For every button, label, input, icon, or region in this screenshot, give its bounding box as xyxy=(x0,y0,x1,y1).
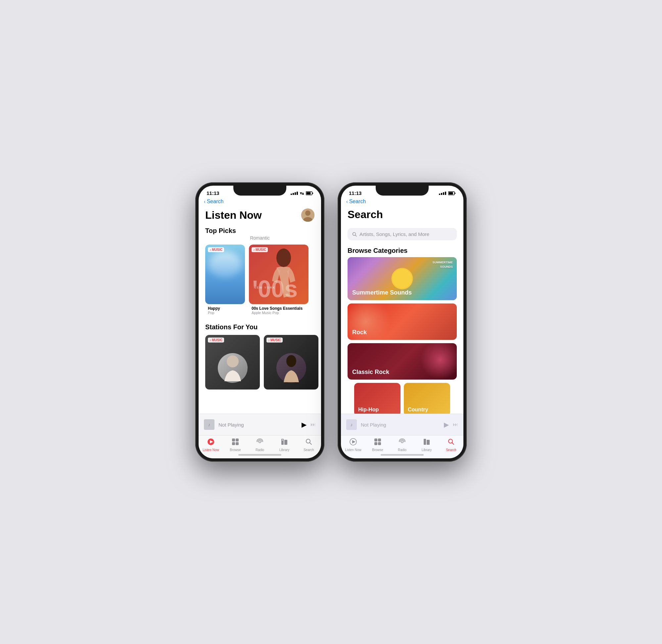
categories-list: SUMMERTIMESOUNDS Summertime Sounds Rock … xyxy=(341,257,463,414)
back-nav[interactable]: ‹ Search xyxy=(199,198,321,206)
section-title-browse: Browse Categories xyxy=(347,247,457,254)
phone-2-scroll[interactable]: Search Artists, Songs, Lyrics, and More … xyxy=(341,206,463,414)
np-play-button-2[interactable]: ▶ xyxy=(444,421,449,429)
tab-browse-2[interactable]: Browse xyxy=(365,438,390,452)
back-chevron-icon: ‹ xyxy=(204,199,206,204)
page-header: Listen Now xyxy=(199,206,321,226)
notch-2 xyxy=(376,186,429,196)
tab-listen-now-2[interactable]: Listen Now xyxy=(341,438,365,452)
back-label-2: Search xyxy=(349,199,366,205)
tab-listen-now-icon-2 xyxy=(349,438,357,447)
summer-badge-text: SUMMERTIMESOUNDS xyxy=(433,260,453,269)
search-bar-icon xyxy=(352,232,357,237)
section-title-stations: Stations For You xyxy=(205,323,315,331)
category-card-country[interactable]: Country xyxy=(404,383,450,414)
np-title-2: Not Playing xyxy=(361,422,440,428)
tab-radio[interactable]: Radio xyxy=(248,438,272,452)
tab-search-label: Search xyxy=(303,448,314,452)
station-card-2[interactable]: ♪ MUSIC xyxy=(264,335,318,390)
categories-2col: Hip-Hop Country xyxy=(347,383,457,414)
album-card-blue[interactable]: ♪ MUSIC Happy Pop xyxy=(205,245,245,317)
tab-radio-2[interactable]: Radio xyxy=(390,438,414,452)
tab-library-icon-2 xyxy=(423,438,430,447)
tab-search-icon-2 xyxy=(448,438,455,447)
category-card-classic-rock[interactable]: Classic Rock xyxy=(347,343,457,380)
svg-marker-27 xyxy=(352,440,356,443)
home-indicator xyxy=(238,454,281,456)
phone-2-screen: 11:13 ‹ Search xyxy=(341,186,463,458)
station-music-badge-1: ♪ MUSIC xyxy=(208,338,224,343)
top-picks-header: Top Picks Romantic xyxy=(199,226,321,241)
category-card-rock[interactable]: Rock xyxy=(347,303,457,340)
svg-rect-23 xyxy=(455,192,455,194)
svg-rect-30 xyxy=(374,442,377,445)
phone-1-screen: 11:13 ▾▴ ‹ Search xyxy=(199,186,321,458)
category-card-hiphop[interactable]: Hip-Hop xyxy=(354,383,401,414)
svg-rect-11 xyxy=(232,438,235,441)
album-card-blue-info: Happy Pop xyxy=(205,304,245,317)
signal-icon xyxy=(291,192,298,195)
album-blue-title: Happy xyxy=(208,306,242,311)
svg-rect-34 xyxy=(427,440,430,445)
artist-silhouette-1 xyxy=(218,353,248,383)
album-card-00s[interactable]: ♪ MUSIC '00s NEW YORK xyxy=(249,245,309,317)
now-playing-bar[interactable]: ♪ Not Playing ▶ ⏭ xyxy=(199,414,321,435)
status-icons-2 xyxy=(439,191,455,195)
artist-silhouette-2 xyxy=(276,353,306,383)
section-title-top-picks: Top Picks xyxy=(205,227,315,235)
np-play-button[interactable]: ▶ xyxy=(301,421,306,429)
phone-1: 11:13 ▾▴ ‹ Search xyxy=(195,182,324,462)
svg-point-7 xyxy=(227,355,238,367)
stations-carousel[interactable]: ♪ MUSIC ♪ MUSIC xyxy=(199,331,321,393)
section-subtitle-romantic: Romantic xyxy=(205,235,315,240)
browse-header: Browse Categories xyxy=(341,244,463,257)
svg-line-20 xyxy=(310,443,312,445)
search-bar[interactable]: Artists, Songs, Lyrics, and More xyxy=(347,228,457,240)
tab-library[interactable]: Library xyxy=(272,438,297,452)
tab-search[interactable]: Search xyxy=(297,438,321,452)
tab-library-2[interactable]: Library xyxy=(414,438,439,452)
back-label: Search xyxy=(207,199,224,205)
station-card-1[interactable]: ♪ MUSIC xyxy=(205,335,260,390)
tab-radio-icon xyxy=(256,438,264,447)
avatar[interactable] xyxy=(301,208,315,222)
classic-blob xyxy=(420,343,457,380)
back-nav-2[interactable]: ‹ Search xyxy=(341,198,463,206)
svg-line-36 xyxy=(452,443,454,445)
artist-circle-1 xyxy=(218,353,248,383)
tab-search-2[interactable]: Search xyxy=(439,438,463,452)
wifi-icon: ▾▴ xyxy=(300,191,304,196)
back-chevron-icon-2: ‹ xyxy=(346,199,348,204)
album-blue-subtitle: Pop xyxy=(208,311,242,315)
svg-rect-1 xyxy=(306,192,311,194)
tab-listen-now[interactable]: Listen Now xyxy=(199,438,223,452)
tab-browse-icon-2 xyxy=(374,438,381,447)
svg-point-6 xyxy=(276,249,291,267)
np-forward-button-2[interactable]: ⏭ xyxy=(453,422,458,428)
sun xyxy=(392,268,413,290)
home-indicator-2 xyxy=(381,454,424,456)
00s-figure xyxy=(249,245,309,304)
category-card-summer[interactable]: SUMMERTIMESOUNDS Summertime Sounds xyxy=(347,257,457,300)
phone-1-scroll[interactable]: Listen Now Top Picks Romantic xyxy=(199,206,321,414)
svg-line-25 xyxy=(356,235,357,236)
station-music-badge-2: ♪ MUSIC xyxy=(267,338,283,343)
notch xyxy=(233,186,286,196)
now-playing-bar-2[interactable]: ♪ Not Playing ▶ ⏭ xyxy=(341,414,463,435)
np-forward-button[interactable]: ⏭ xyxy=(311,422,316,428)
svg-point-8 xyxy=(286,355,296,367)
svg-rect-2 xyxy=(313,192,313,194)
status-time-2: 11:13 xyxy=(349,190,362,196)
ny-text: NEW YORK xyxy=(254,286,275,289)
svg-rect-12 xyxy=(236,438,238,441)
svg-point-4 xyxy=(305,210,311,216)
search-placeholder: Artists, Songs, Lyrics, and More xyxy=(360,231,429,237)
category-rock-label: Rock xyxy=(352,329,367,336)
top-picks-carousel[interactable]: ♪ MUSIC Happy Pop ♪ MUSIC xyxy=(199,241,321,321)
page-title: Listen Now xyxy=(205,209,262,222)
status-time: 11:13 xyxy=(207,190,219,196)
svg-rect-18 xyxy=(282,439,283,440)
tab-listen-now-label-2: Listen Now xyxy=(345,448,361,452)
tab-browse[interactable]: Browse xyxy=(223,438,248,452)
phones-container: 11:13 ▾▴ ‹ Search xyxy=(195,182,467,462)
